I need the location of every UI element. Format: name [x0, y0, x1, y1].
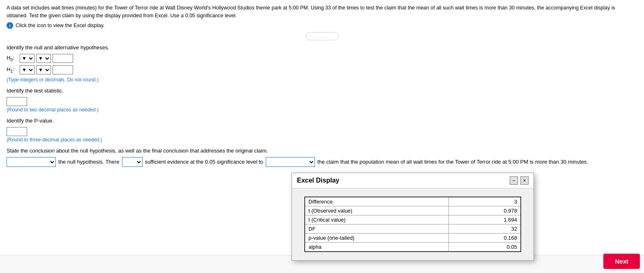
- modal-body: Difference3t (Observed value)0.978t (Cri…: [292, 188, 534, 260]
- conclusion-dropdown-1[interactable]: Reject Fail to reject: [7, 157, 56, 167]
- info-row: i Click the icon to view the Excel displ…: [7, 22, 637, 29]
- modal-minimize-button[interactable]: –: [510, 176, 518, 185]
- pvalue-label: Identify the P-value.: [7, 118, 637, 124]
- conclusion-dropdown-2[interactable]: is is not: [122, 157, 143, 167]
- h0-row: H0: ▼ = ≠ < > ≤ ≥ ▼ μ p σ: [7, 54, 637, 63]
- h0-label: H0:: [7, 55, 16, 62]
- conclusion-dropdown-3[interactable]: support reject fail to reject: [266, 157, 315, 167]
- test-stat-label: Identify the test statistic.: [7, 88, 637, 94]
- info-icon: i: [7, 22, 13, 29]
- excel-table-row: t (Critical value)1.694: [305, 215, 521, 224]
- excel-table: Difference3t (Observed value)0.978t (Cri…: [304, 197, 521, 252]
- excel-cell-value: 0.05: [449, 243, 521, 252]
- h0-operator-dropdown[interactable]: ▼ = ≠ < > ≤ ≥: [20, 54, 34, 63]
- modal-controls: – ×: [510, 176, 529, 185]
- hypotheses-label: Identify the null and alternative hypoth…: [7, 44, 637, 51]
- excel-table-row: p-value (one-tailed)0.168: [305, 234, 521, 243]
- h1-row: H1: ▼ = ≠ < > ≤ ≥ ▼ μ p σ: [7, 65, 637, 74]
- modal-title: Excel Display: [297, 177, 339, 184]
- h1-symbol-dropdown[interactable]: ▼ μ p σ: [36, 65, 51, 74]
- hypothesis-hint: (Type integers or decimals. Do not round…: [7, 77, 637, 83]
- excel-table-row: t (Observed value)0.978: [305, 206, 521, 215]
- conclusion-row: Reject Fail to reject the null hypothesi…: [7, 157, 637, 167]
- excel-cell-label: t (Critical value): [305, 215, 449, 224]
- h1-operator-dropdown[interactable]: ▼ = ≠ < > ≤ ≥: [20, 65, 34, 74]
- excel-cell-value: 0.978: [449, 206, 521, 215]
- excel-cell-label: t (Observed value): [305, 206, 449, 215]
- hypotheses-section: Identify the null and alternative hypoth…: [7, 44, 637, 83]
- next-button[interactable]: Next: [603, 254, 640, 269]
- test-stat-input[interactable]: [7, 97, 27, 106]
- excel-cell-value: 3: [449, 197, 521, 206]
- pvalue-input[interactable]: [7, 127, 27, 136]
- test-statistic-section: Identify the test statistic. (Round to t…: [7, 88, 637, 113]
- modal-close-button[interactable]: ×: [520, 176, 529, 185]
- excel-cell-value: 32: [449, 224, 521, 234]
- conclusion-text-1: the null hypothesis. There: [58, 159, 120, 165]
- problem-text: A data set includes wait times (minutes)…: [7, 4, 637, 20]
- h0-value-input[interactable]: [53, 54, 73, 63]
- conclusion-text-3: the claim that the population mean of al…: [317, 159, 588, 165]
- modal-titlebar: Excel Display – ×: [292, 173, 534, 188]
- excel-cell-value: 0.168: [449, 234, 521, 243]
- excel-cell-label: Difference: [305, 197, 449, 206]
- conclusion-text-2: sufficient evidence at the 0.05 signific…: [145, 159, 263, 165]
- h0-symbol-dropdown[interactable]: ▼ μ p σ: [36, 54, 51, 63]
- divider-dots: .....: [306, 32, 338, 40]
- info-link-text[interactable]: Click the icon to view the Excel display…: [16, 23, 105, 28]
- excel-cell-value: 1.694: [449, 215, 521, 224]
- excel-cell-label: alpha: [305, 243, 449, 252]
- h1-label: H1:: [7, 66, 16, 74]
- pvalue-section: Identify the P-value. (Round to three de…: [7, 118, 637, 143]
- excel-table-row: DF32: [305, 224, 521, 234]
- conclusion-label: State the conclusion about the null hypo…: [7, 148, 637, 154]
- excel-table-row: alpha0.05: [305, 243, 521, 252]
- excel-display-modal: Excel Display – × Difference3t (Observed…: [292, 173, 534, 261]
- h1-value-input[interactable]: [53, 65, 73, 74]
- test-stat-hint: (Round to two decimal places as needed.): [7, 107, 637, 113]
- excel-cell-label: DF: [305, 224, 449, 234]
- excel-table-row: Difference3: [305, 197, 521, 206]
- excel-cell-label: p-value (one-tailed): [305, 234, 449, 243]
- pvalue-hint: (Round to three decimal places as needed…: [7, 137, 637, 143]
- conclusion-section: State the conclusion about the null hypo…: [7, 148, 637, 167]
